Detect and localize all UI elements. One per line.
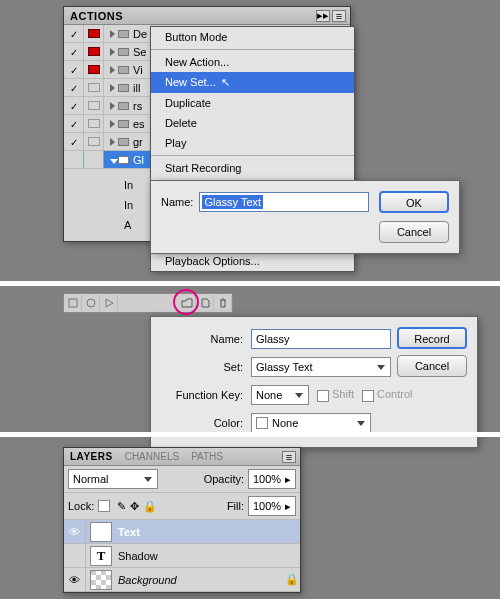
layers-blend-row: Normal Opacity: 100%▸ (64, 466, 300, 493)
actions-panel-header: ACTIONS ▸▸ ≡ (64, 7, 350, 25)
menu-new-set-label: New Set... (165, 76, 216, 88)
trash-icon[interactable] (214, 295, 232, 311)
color-swatch-none (256, 417, 268, 429)
eye-icon[interactable]: 👁 (64, 520, 86, 543)
layer-row[interactable]: 👁 Background 🔒 (64, 568, 300, 592)
na-name-label: Name: (161, 333, 251, 345)
record-button[interactable]: Record (397, 327, 467, 349)
menu-new-set[interactable]: New Set... ↖ (151, 72, 354, 93)
na-color-select[interactable]: None (251, 413, 371, 433)
lock-transparent-icon[interactable] (98, 500, 110, 512)
layer-thumb: T (90, 546, 112, 566)
layer-row[interactable]: 👁 T Text (64, 520, 300, 544)
cancel-button-2[interactable]: Cancel (397, 355, 467, 377)
name-input[interactable]: Glassy Text (199, 192, 369, 212)
new-action-icon[interactable] (196, 295, 214, 311)
layer-row[interactable]: T Shadow (64, 544, 300, 568)
new-set-icon[interactable] (178, 295, 196, 311)
ok-button[interactable]: OK (379, 191, 449, 213)
na-control-cb: Control (362, 388, 412, 401)
svg-marker-2 (106, 299, 113, 307)
play-icon[interactable] (100, 295, 118, 311)
svg-point-1 (87, 299, 95, 307)
menu-start-recording[interactable]: Start Recording (151, 158, 354, 178)
new-action-dialog: Record Cancel Name: Set: Glassy Text Fun… (150, 316, 478, 448)
record-icon[interactable] (82, 295, 100, 311)
layers-panel-header: LAYERS CHANNELS PATHS ≡ (64, 448, 300, 466)
fill-label: Fill: (227, 500, 248, 512)
stop-icon[interactable] (64, 295, 82, 311)
cancel-button[interactable]: Cancel (379, 221, 449, 243)
cursor-icon: ↖ (221, 76, 230, 88)
menu-delete[interactable]: Delete (151, 113, 354, 133)
blend-mode-select[interactable]: Normal (68, 469, 158, 489)
opacity-label: Opacity: (204, 473, 248, 485)
na-color-label: Color: (161, 417, 251, 429)
eye-icon[interactable] (64, 544, 86, 567)
na-fkey-label: Function Key: (161, 389, 251, 401)
na-shift-cb: Shift (317, 388, 354, 401)
name-label: Name: (161, 196, 199, 208)
actions-panel-title: ACTIONS (64, 10, 129, 22)
eye-icon[interactable]: 👁 (64, 568, 86, 591)
lock-icon: 🔒 (284, 573, 300, 586)
na-set-select[interactable]: Glassy Text (251, 357, 391, 377)
lock-label: Lock: (68, 500, 94, 512)
na-name-input[interactable] (251, 329, 391, 349)
lock-all-icon[interactable]: 🔒 (143, 500, 157, 513)
svg-rect-0 (69, 299, 77, 307)
tab-paths[interactable]: PATHS (185, 451, 229, 462)
panel-menu-icon[interactable]: ≡ (332, 10, 346, 22)
menu-playback-options[interactable]: Playback Options... (151, 251, 354, 271)
name-input-selection: Glassy Text (202, 195, 263, 209)
menu-new-action[interactable]: New Action... (151, 52, 354, 72)
menu-duplicate[interactable]: Duplicate (151, 93, 354, 113)
layers-menu-icon[interactable]: ≡ (282, 451, 296, 463)
tab-channels[interactable]: CHANNELS (119, 451, 185, 462)
opacity-input[interactable]: 100%▸ (248, 469, 296, 489)
menu-button-mode[interactable]: Button Mode (151, 27, 354, 47)
layer-thumb (90, 570, 112, 590)
actions-toolbar (63, 293, 233, 313)
lock-brush-icon[interactable]: ✎ (117, 500, 126, 513)
layer-name: Background (116, 574, 284, 586)
layer-name: Shadow (116, 550, 300, 562)
lock-move-icon[interactable]: ✥ (130, 500, 139, 513)
na-fkey-select[interactable]: None (251, 385, 309, 405)
fill-input[interactable]: 100%▸ (248, 496, 296, 516)
menu-play[interactable]: Play (151, 133, 354, 153)
layers-lock-row: Lock: ✎ ✥ 🔒 Fill: 100%▸ (64, 493, 300, 520)
tab-layers[interactable]: LAYERS (64, 451, 119, 462)
panel-collapse-icon[interactable]: ▸▸ (316, 10, 330, 22)
new-set-dialog: Name: Glassy Text OK Cancel (150, 180, 460, 254)
layer-thumb: T (90, 522, 112, 542)
na-set-label: Set: (161, 361, 251, 373)
layer-name: Text (116, 526, 300, 538)
